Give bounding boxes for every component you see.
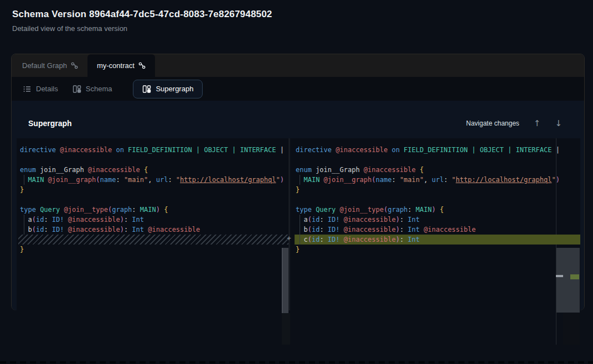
indent-guide <box>24 225 24 235</box>
variant-tab-bar: Default Graph my-contract <box>12 54 584 77</box>
code-line: b(id: ID! @inaccessible): Int @inaccessi… <box>290 225 580 235</box>
code-line: type Query @join__type(graph: MAIN) { <box>290 205 580 215</box>
tab-default-graph[interactable]: Default Graph <box>13 54 87 77</box>
code-line: } <box>290 185 580 195</box>
variant-tab-label: my-contract <box>97 61 135 70</box>
code-line <box>290 195 580 205</box>
left-scrollbar-track-extension <box>282 313 290 345</box>
code-line: a(id: ID! @inaccessible): Int <box>290 215 580 225</box>
code-link[interactable]: http://localhost/graphql <box>456 176 551 184</box>
tab-supergraph[interactable]: Supergraph <box>133 80 203 98</box>
code-line: enum join__Graph @inaccessible { <box>290 165 580 175</box>
code-line: directive @inaccessible on FIELD_DEFINIT… <box>17 145 288 155</box>
view-tab-label: Supergraph <box>156 85 193 93</box>
diff-pane-left: directive @inaccessible on FIELD_DEFINIT… <box>17 138 288 310</box>
indent-guide <box>300 215 300 225</box>
navigate-down-button[interactable]: ↓ <box>555 119 562 128</box>
navigate-changes: Navigate changes ↑ ↓ <box>466 119 562 128</box>
split-columns-icon <box>142 85 151 93</box>
tab-details[interactable]: Details <box>23 85 58 93</box>
diff-editor: directive @inaccessible on FIELD_DEFINIT… <box>17 138 580 346</box>
right-pane-edge-line <box>556 138 556 235</box>
variant-tab-label: Default Graph <box>22 61 67 70</box>
navigate-up-button[interactable]: ↑ <box>534 119 541 128</box>
tab-schema[interactable]: Schema <box>73 85 112 93</box>
indent-guide <box>24 175 24 185</box>
code-link[interactable]: http://localhost/graphql <box>180 176 276 184</box>
code-line <box>17 195 288 205</box>
tab-my-contract[interactable]: my-contract <box>87 54 155 77</box>
indent-guide <box>300 235 300 245</box>
split-columns-icon <box>73 85 81 93</box>
code-line: MAIN @join__graph(name: "main", url: "ht… <box>290 175 580 185</box>
diff-insert-marker: + <box>283 233 295 243</box>
indent-guide <box>24 215 24 225</box>
code-line: } <box>17 245 288 254</box>
right-scrollbar-track-extension <box>563 313 580 345</box>
diff-pane-right: directive @inaccessible on FIELD_DEFINIT… <box>290 138 580 310</box>
navigate-changes-label: Navigate changes <box>466 119 519 127</box>
code-line: } <box>17 185 288 195</box>
code-line: enum join__Graph @inaccessible { <box>17 165 288 175</box>
section-header: Supergraph Navigate changes ↑ ↓ <box>28 119 562 128</box>
variant-icon <box>71 62 78 69</box>
code-line: a(id: ID! @inaccessible): Int <box>17 215 288 225</box>
page-title: Schema Version 8964af44-7dc5-47cd-8083-7… <box>12 9 272 20</box>
code-line <box>290 155 580 165</box>
list-icon <box>23 85 32 93</box>
code-line-added: c(id: ID! @inaccessible): Int <box>295 235 580 245</box>
diff-placeholder-row <box>18 235 288 245</box>
indent-guide <box>300 175 300 185</box>
view-tab-label: Schema <box>86 85 112 93</box>
code-line: directive @inaccessible on FIELD_DEFINIT… <box>290 145 580 155</box>
code-line: } <box>290 245 580 254</box>
view-tab-bar: Details Schema Supergraph <box>12 77 584 101</box>
indent-guide <box>300 225 300 235</box>
code-line: b(id: ID! @inaccessible): Int @inaccessi… <box>17 225 288 235</box>
page-subtitle: Detailed view of the schema version <box>12 24 272 33</box>
overview-ruler-cursor-mark <box>556 275 563 277</box>
variant-icon <box>138 62 146 69</box>
view-tab-label: Details <box>36 85 58 93</box>
code-line <box>17 155 288 165</box>
code-line: MAIN @join__graph(name: "main", url: "ht… <box>17 175 288 185</box>
overview-ruler-added-mark <box>570 274 579 279</box>
page-header: Schema Version 8964af44-7dc5-47cd-8083-7… <box>12 9 272 33</box>
right-scrollbar-thumb[interactable] <box>556 248 580 313</box>
left-scrollbar-thumb[interactable] <box>282 248 288 313</box>
code-line: type Query @join__type(graph: MAIN) { <box>17 205 288 215</box>
bottom-dashed-line <box>0 361 593 363</box>
section-title: Supergraph <box>28 119 72 128</box>
